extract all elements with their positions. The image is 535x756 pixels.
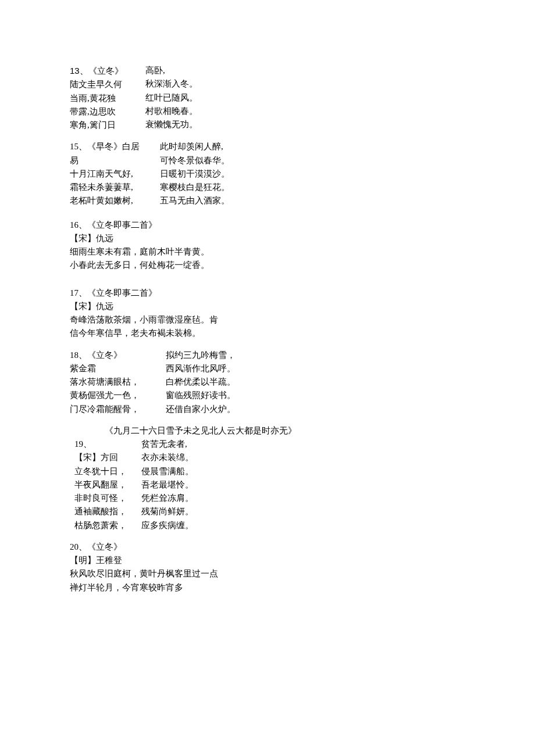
text-line: 秋风吹尽旧庭柯，黄叶丹枫客里过一点	[70, 567, 465, 581]
text-line: 贫苦无衾者,	[141, 438, 465, 451]
text-line: 应多疾病缠。	[141, 519, 465, 532]
text-line: 西风渐作北风呼。	[166, 362, 465, 375]
text-line: 霜轻未杀萋萋草,	[70, 181, 154, 194]
text-line: 立冬犹十日，	[74, 465, 135, 478]
text-line: 村歌相晚春。	[145, 105, 465, 118]
poem-18-left-column: 18、《立冬》 紫金霜 落水荷塘满眼枯， 黄杨倔强尤一色， 门尽冷霜能醒骨，	[70, 349, 166, 416]
text-line: 十月江南天气好,	[70, 167, 154, 181]
poem-18-right-column: 拟约三九吟梅雪， 西风渐作北风呼。 白桦优柔以半疏。 窗临残照好读书。 还借自家…	[166, 349, 465, 416]
text-line: 黄杨倔强尤一色，	[70, 389, 160, 402]
text-line: 高卧,	[145, 64, 465, 77]
text-line: 19、	[74, 438, 135, 451]
poem-16-head: 16、《立冬即事二首》	[70, 218, 465, 232]
document-page: 13、《立冬》 陆文圭早久何 当雨,黄花独 带露,边思吹 寒角,篱门日 高卧, …	[0, 0, 535, 719]
text-line: 老柘叶黄如嫩树,	[70, 194, 154, 207]
text-line: 半夜风翻屋，	[74, 478, 135, 492]
text-line: 非时良可怪，	[74, 492, 135, 505]
text-line: 小春此去无多日，何处梅花一绽香。	[70, 259, 465, 272]
text-line: 还借自家小火炉。	[166, 403, 465, 416]
poem-19-left-column: 19、 【宋】方回 立冬犹十日， 半夜风翻屋， 非时良可怪， 通袖藏酸指， 枯肠…	[74, 438, 141, 532]
poem-15: 15、《早冬》白居 易 十月江南天气好, 霜轻未杀萋萋草, 老柘叶黄如嫩树, 此…	[70, 140, 465, 207]
text-line: 【宋】方回	[74, 451, 135, 464]
text-line: 残菊尚鲜妍。	[141, 505, 465, 518]
text-line: 衣亦未装绵。	[141, 451, 465, 464]
poem-19: 《九月二十六日雪予未之见北人云大都是时亦无》 19、 【宋】方回 立冬犹十日， …	[70, 424, 465, 532]
text-line: 落水荷塘满眼枯，	[70, 375, 160, 389]
poem-13-right-column: 高卧, 秋深渐入冬。 红叶已随风。 村歌相晚春。 衰懒愧无功。	[145, 64, 465, 131]
poem-20-author: 【明】王稚登	[70, 554, 465, 567]
poem-16-author: 【宋】仇远	[70, 232, 465, 245]
text-line: 侵晨雪满船。	[141, 465, 465, 478]
poem-13-head: 13、《立冬》	[70, 64, 140, 78]
text-line: 禅灯半轮月，今宵寒较昨宵多	[70, 581, 465, 594]
text-line: 门尽冷霜能醒骨，	[70, 403, 160, 416]
text-line: 日暖初干漠漠沙。	[160, 167, 465, 181]
text-line: 陆文圭早久何	[70, 78, 140, 91]
text-line: 寒角,篱门日	[70, 119, 140, 132]
text-line: 带露,边思吹	[70, 105, 140, 119]
text-line: 秋深渐入冬。	[145, 77, 465, 91]
poem-19-columns: 19、 【宋】方回 立冬犹十日， 半夜风翻屋， 非时良可怪， 通袖藏酸指， 枯肠…	[70, 438, 465, 532]
text-line: 奇峰浩荡散茶烟，小雨霏微湿座毡。肯	[70, 313, 465, 327]
text-line: 细雨生寒未有霜，庭前木叶半青黄。	[70, 245, 465, 259]
text-line: 寒樱枝白是狂花。	[160, 181, 465, 194]
text-line: 凭栏耸冻肩。	[141, 492, 465, 505]
text-line: 五马无由入酒家。	[160, 194, 465, 207]
text-line: 拟约三九吟梅雪，	[166, 349, 465, 362]
poem-15-right-column: 此时却羡闲人醉, 可怜冬景似春华。 日暖初干漠漠沙。 寒樱枝白是狂花。 五马无由…	[160, 140, 465, 207]
text-line: 信今年寒信早，老夫布褐未装棉。	[70, 327, 465, 340]
poem-20: 20、《立冬》 【明】王稚登 秋风吹尽旧庭柯，黄叶丹枫客里过一点 禅灯半轮月，今…	[70, 540, 465, 594]
poem-13-left-column: 13、《立冬》 陆文圭早久何 当雨,黄花独 带露,边思吹 寒角,篱门日	[70, 64, 145, 132]
num-13: 13、《立冬》	[70, 66, 123, 76]
text-line: 此时却羡闲人醉,	[160, 140, 465, 153]
text-line: 吾老最堪怜。	[141, 478, 465, 492]
poem-19-title: 《九月二十六日雪予未之见北人云大都是时亦无》	[70, 424, 465, 438]
text-line: 衰懒愧无功。	[145, 118, 465, 131]
poem-17: 17、《立冬即事二首》 【宋】仇远 奇峰浩荡散茶烟，小雨霏微湿座毡。肯 信今年寒…	[70, 286, 465, 341]
text-line: 窗临残照好读书。	[166, 389, 465, 402]
text-line: 当雨,黄花独	[70, 92, 140, 105]
poem-13: 13、《立冬》 陆文圭早久何 当雨,黄花独 带露,边思吹 寒角,篱门日 高卧, …	[70, 64, 465, 132]
text-line: 紫金霜	[70, 362, 160, 375]
text-line: 15、《早冬》白居	[70, 140, 154, 153]
poem-15-left-column: 15、《早冬》白居 易 十月江南天气好, 霜轻未杀萋萋草, 老柘叶黄如嫩树,	[70, 140, 160, 207]
poem-19-right-column: 贫苦无衾者, 衣亦未装绵。 侵晨雪满船。 吾老最堪怜。 凭栏耸冻肩。 残菊尚鲜妍…	[141, 438, 465, 532]
text-line: 易	[70, 154, 154, 167]
text-line: 枯肠忽萧索，	[74, 519, 135, 532]
poem-17-author: 【宋】仇远	[70, 300, 465, 313]
text-line: 通袖藏酸指，	[74, 505, 135, 518]
text-line: 可怜冬景似春华。	[160, 154, 465, 167]
poem-20-head: 20、《立冬》	[70, 540, 465, 554]
poem-16: 16、《立冬即事二首》 【宋】仇远 细雨生寒未有霜，庭前木叶半青黄。 小春此去无…	[70, 218, 465, 273]
text-line: 白桦优柔以半疏。	[166, 375, 465, 389]
poem-17-head: 17、《立冬即事二首》	[70, 286, 465, 300]
poem-18: 18、《立冬》 紫金霜 落水荷塘满眼枯， 黄杨倔强尤一色， 门尽冷霜能醒骨， 拟…	[70, 349, 465, 416]
text-line: 18、《立冬》	[70, 349, 160, 362]
text-line: 红叶已随风。	[145, 91, 465, 105]
